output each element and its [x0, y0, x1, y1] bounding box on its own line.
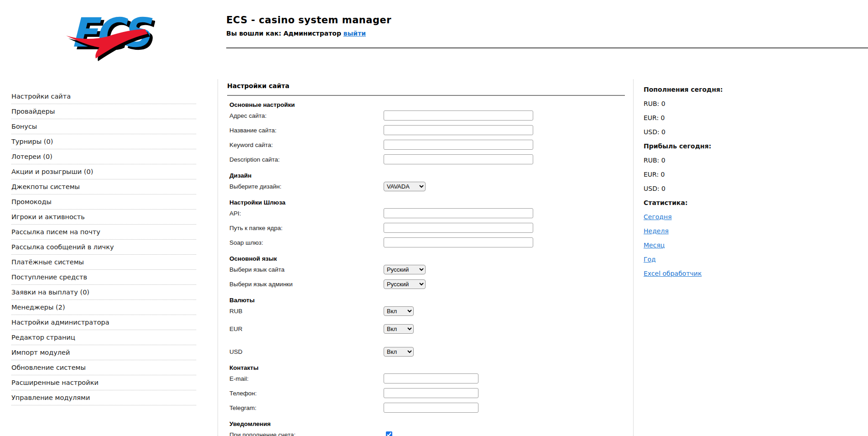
field-label: Адрес сайта: — [229, 112, 384, 119]
eur-select[interactable]: Вкл — [384, 324, 414, 334]
profit-eur-value: EUR: 0 — [644, 167, 771, 181]
sidebar-item-module-management[interactable]: Управление модулями — [11, 390, 196, 405]
form-row: Выбери язык админки Русский — [227, 277, 625, 291]
login-status: Вы вошли как: Администратор выйти — [226, 30, 391, 37]
sidebar-item-admin-settings[interactable]: Настройки администратора — [11, 315, 196, 330]
form-row: Путь к папке ядра: — [227, 221, 625, 235]
site-language-select[interactable]: Русский — [384, 265, 426, 274]
profit-today-heading: Прибыль сегодня: — [644, 139, 771, 153]
site-description-input[interactable] — [384, 154, 533, 164]
form-row: Название сайта: — [227, 123, 625, 137]
field-label: USD — [229, 348, 384, 355]
sidebar-item-incoming-funds[interactable]: Поступление средств — [11, 270, 196, 285]
sidebar-item-page-editor[interactable]: Редактор страниц — [11, 330, 196, 345]
admin-language-select[interactable]: Русский — [384, 279, 426, 289]
header-divider — [226, 47, 868, 48]
soap-gateway-input[interactable] — [384, 237, 533, 247]
sidebar-item-site-settings[interactable]: Настройки сайта — [11, 89, 196, 104]
site-settings-panel: Настройки сайта Основные настройки Адрес… — [227, 82, 625, 436]
form-row: Адрес сайта: — [227, 108, 625, 123]
section-contacts: Контакты — [227, 365, 625, 371]
stats-excel-link[interactable]: Excel обработчик — [644, 270, 702, 277]
deposits-rub-value: RUB: 0 — [644, 96, 771, 110]
stats-today-link[interactable]: Сегодня — [644, 213, 672, 221]
deposits-eur-value: EUR: 0 — [644, 110, 771, 125]
form-row: Телефон: — [227, 386, 625, 400]
sidebar-item-payment-systems[interactable]: Платёжные системы — [11, 255, 196, 270]
field-label: Выбери язык сайта — [229, 266, 384, 273]
stats-month-link[interactable]: Месяц — [644, 242, 665, 249]
field-label: EUR — [229, 326, 384, 332]
site-settings-form: Основные настройки Адрес сайта: Название… — [227, 102, 625, 436]
site-name-input[interactable] — [384, 125, 533, 135]
profit-usd-value: USD: 0 — [644, 181, 771, 195]
form-row: USD Вкл — [227, 344, 625, 359]
sidebar-item-email-mailing[interactable]: Рассылка писем на почту — [11, 225, 196, 240]
field-label: Выбери язык админки — [229, 281, 384, 288]
sidebar-item-jackpots[interactable]: Джекпоты системы — [11, 179, 196, 194]
sidebar-item-pm-mailing[interactable]: Рассылка сообщений в личку — [11, 240, 196, 255]
field-label: Название сайта: — [229, 127, 384, 134]
form-row: E-mail: — [227, 371, 625, 386]
rub-select[interactable]: Вкл — [384, 306, 414, 316]
site-address-input[interactable] — [384, 110, 533, 121]
form-row: Soap шлюз: — [227, 235, 625, 250]
usd-select[interactable]: Вкл — [384, 347, 414, 357]
main-stats-divider — [633, 79, 634, 436]
field-label: Телефон: — [229, 390, 384, 397]
form-row: RUB Вкл — [227, 304, 625, 318]
sidebar-item-tournaments[interactable]: Турниры (0) — [11, 134, 196, 149]
ecs-logo: ECS ECS — [64, 7, 155, 66]
section-main-language: Основной язык — [227, 256, 625, 262]
stats-panel: Пополнения сегодня: RUB: 0 EUR: 0 USD: 0… — [644, 82, 771, 280]
sidebar-item-advanced-settings[interactable]: Расширенные настройки — [11, 375, 196, 390]
form-row: Выберите дизайн: VAVADA — [227, 179, 625, 194]
api-input[interactable] — [384, 208, 533, 218]
stats-year-link[interactable]: Год — [644, 256, 656, 263]
profit-rub-value: RUB: 0 — [644, 153, 771, 167]
sidebar-item-managers[interactable]: Менеджеры (2) — [11, 300, 196, 315]
field-label: E-mail: — [229, 375, 384, 382]
sidebar-item-payout-requests[interactable]: Заявки на выплату (0) — [11, 285, 196, 300]
logout-link[interactable]: выйти — [343, 30, 366, 37]
telegram-input[interactable] — [384, 403, 478, 413]
sidebar-nav: Настройки сайта Провайдеры Бонусы Турнир… — [11, 89, 196, 405]
section-design: Дизайн — [227, 173, 625, 179]
sidebar-item-promotions[interactable]: Акции и розыгрыши (0) — [11, 164, 196, 179]
deposit-notify-checkbox[interactable] — [386, 431, 392, 436]
form-row: EUR Вкл — [227, 321, 625, 336]
site-keyword-input[interactable] — [384, 140, 533, 150]
sidebar-item-promocodes[interactable]: Промокоды — [11, 194, 196, 210]
section-currencies: Валюты — [227, 297, 625, 304]
design-select[interactable]: VAVADA — [384, 182, 426, 191]
field-label: Soap шлюз: — [229, 239, 384, 246]
deposits-usd-value: USD: 0 — [644, 125, 771, 139]
sidebar-item-system-update[interactable]: Обновление системы — [11, 360, 196, 375]
core-path-input[interactable] — [384, 223, 533, 233]
stats-week-link[interactable]: Неделя — [644, 227, 669, 235]
ecs-logo-graphic: ECS ECS — [64, 7, 155, 66]
sidebar-item-players-activity[interactable]: Игроки и активность — [11, 210, 196, 225]
form-row: Telegram: — [227, 400, 625, 415]
email-input[interactable] — [384, 373, 478, 383]
form-row: Keyword сайта: — [227, 137, 625, 152]
field-label: Путь к папке ядра: — [229, 225, 384, 231]
panel-title: Настройки сайта — [227, 82, 625, 96]
deposits-today-heading: Пополнения сегодня: — [644, 82, 771, 96]
sidebar-item-lotteries[interactable]: Лотереи (0) — [11, 149, 196, 164]
sidebar-main-divider — [218, 79, 218, 436]
form-row: При пополнение счета: — [227, 427, 625, 436]
sidebar-item-providers[interactable]: Провайдеры — [11, 104, 196, 119]
section-basic-settings: Основные настройки — [227, 102, 625, 108]
form-row: Выбери язык сайта Русский — [227, 262, 625, 277]
section-notifications: Уведомления — [227, 421, 625, 427]
field-label: Выберите дизайн: — [229, 183, 384, 190]
phone-input[interactable] — [384, 388, 478, 398]
field-label: Description сайта: — [229, 156, 384, 163]
form-row: API: — [227, 206, 625, 221]
field-label: Telegram: — [229, 404, 384, 411]
sidebar-item-bonuses[interactable]: Бонусы — [11, 119, 196, 134]
login-status-text: Вы вошли как: Администратор — [226, 30, 341, 37]
statistics-heading: Статистика: — [644, 195, 771, 210]
sidebar-item-module-import[interactable]: Импорт модулей — [11, 345, 196, 360]
